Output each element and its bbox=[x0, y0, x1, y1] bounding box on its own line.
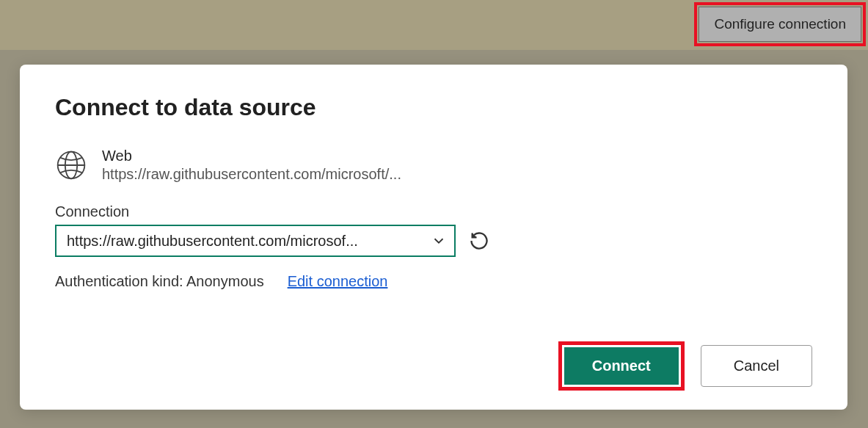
data-source-name: Web bbox=[102, 148, 401, 164]
cancel-button[interactable]: Cancel bbox=[701, 345, 812, 387]
connection-label: Connection bbox=[55, 203, 812, 220]
data-source-row: Web https://raw.githubusercontent.com/mi… bbox=[55, 148, 812, 183]
chevron-down-icon bbox=[431, 233, 447, 249]
auth-kind-text: Authentication kind: Anonymous bbox=[55, 273, 264, 290]
connect-button[interactable]: Connect bbox=[564, 347, 679, 385]
dialog-footer: Connect Cancel bbox=[558, 341, 812, 391]
data-source-url: https://raw.githubusercontent.com/micros… bbox=[102, 166, 401, 183]
data-source-info: Web https://raw.githubusercontent.com/mi… bbox=[102, 148, 401, 183]
configure-connection-button[interactable]: Configure connection bbox=[699, 7, 861, 42]
refresh-icon[interactable] bbox=[469, 231, 489, 251]
connection-dropdown[interactable]: https://raw.githubusercontent.com/micros… bbox=[55, 225, 456, 257]
dialog-title: Connect to data source bbox=[55, 94, 812, 121]
globe-icon bbox=[55, 149, 87, 181]
edit-connection-link[interactable]: Edit connection bbox=[288, 273, 388, 290]
configure-connection-highlight: Configure connection bbox=[694, 2, 866, 46]
connection-dropdown-value: https://raw.githubusercontent.com/micros… bbox=[67, 233, 358, 250]
auth-row: Authentication kind: Anonymous Edit conn… bbox=[55, 273, 812, 290]
top-bar: Configure connection bbox=[0, 0, 868, 50]
connect-data-source-dialog: Connect to data source Web https://raw.g… bbox=[20, 65, 847, 410]
connect-button-highlight: Connect bbox=[558, 341, 685, 391]
connection-row: https://raw.githubusercontent.com/micros… bbox=[55, 225, 812, 257]
